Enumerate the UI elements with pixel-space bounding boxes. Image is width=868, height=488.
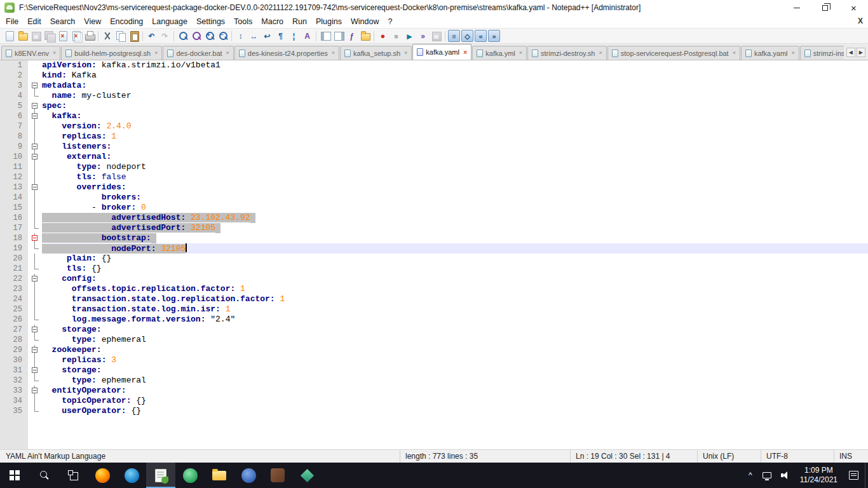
tab-close-icon[interactable]: × (599, 50, 602, 56)
sync-vertical-icon[interactable]: ↕ (234, 30, 247, 42)
fold-marker[interactable] (28, 325, 42, 335)
menu-edit[interactable]: Edit (23, 16, 46, 27)
code-line[interactable]: replicas: 3 (42, 355, 868, 365)
green-app-button[interactable] (175, 463, 205, 488)
tab-kafka.yaml[interactable]: kafka.yaml× (412, 44, 471, 60)
code-line[interactable]: version: 2.4.0 (42, 121, 868, 132)
code-line[interactable]: nodePort: 32105 (42, 243, 868, 254)
menu-file[interactable]: File (1, 16, 23, 27)
find-icon[interactable] (177, 30, 189, 42)
tab-close-icon[interactable]: × (404, 50, 407, 56)
close-all-icon[interactable]: × (70, 30, 82, 42)
blue-app-button[interactable] (234, 463, 263, 488)
code-line[interactable]: topicOperator: {} (42, 396, 868, 406)
menu-search[interactable]: Search (46, 16, 80, 27)
network-icon[interactable] (763, 472, 771, 478)
code-line[interactable]: tls: false (42, 172, 868, 182)
show-desktop-button[interactable] (865, 463, 868, 488)
fold-marker[interactable] (28, 274, 42, 284)
fold-marker[interactable] (28, 81, 42, 91)
code-line[interactable]: advertisedHost: 23.102.43.92 (42, 213, 868, 223)
code-line[interactable]: kafka: (42, 111, 868, 121)
code-line[interactable]: type: nodeport (42, 162, 868, 172)
fold-marker[interactable] (28, 233, 42, 243)
code-line[interactable]: metadata: (42, 81, 868, 91)
code-line[interactable]: bootstrap: (42, 233, 868, 243)
menu-window[interactable]: Window (346, 16, 383, 27)
tab-strimzi-destroy.sh[interactable]: strimzi-destroy.sh× (527, 46, 607, 60)
record-macro-icon[interactable]: ● (377, 30, 389, 42)
tray-expand-icon[interactable]: ^ (743, 471, 758, 480)
code-line[interactable]: zookeeper: (42, 345, 868, 355)
open-file-icon[interactable] (17, 30, 29, 42)
zoom-out-icon[interactable]: − (217, 30, 229, 42)
zoom-in-icon[interactable]: + (203, 30, 215, 42)
function-list-icon[interactable]: ƒ (346, 30, 358, 42)
code-line[interactable]: name: my-cluster (42, 91, 868, 101)
new-file-icon[interactable] (3, 30, 15, 42)
tab-close-icon[interactable]: × (53, 50, 56, 56)
fold-marker[interactable] (28, 345, 42, 355)
code-line[interactable]: storage: (42, 365, 868, 376)
tab-close-icon[interactable]: × (332, 50, 335, 56)
menu-settings[interactable]: Settings (192, 16, 229, 27)
close-file-icon[interactable]: × (57, 30, 69, 42)
minimize-button[interactable] (782, 0, 811, 15)
menu-view[interactable]: View (79, 16, 105, 27)
plugin-icon-1[interactable]: ≡ (448, 30, 460, 42)
cut-icon[interactable] (101, 30, 113, 42)
start-button[interactable] (0, 463, 29, 488)
folder-workspace-icon[interactable] (359, 30, 371, 42)
code-line[interactable]: type: ephemeral (42, 335, 868, 345)
fold-marker[interactable] (28, 365, 42, 376)
editor[interactable]: 1apiVersion: kafka.strimzi.io/v1beta12ki… (0, 60, 868, 449)
code-line[interactable]: listeners: (42, 142, 868, 152)
fold-marker[interactable] (28, 152, 42, 162)
teal-app-button[interactable] (292, 463, 322, 488)
tab-k8ENV.env[interactable]: k8ENV.env× (1, 46, 60, 60)
tab-close-icon[interactable]: × (792, 50, 795, 56)
menu-run[interactable]: Run (288, 16, 311, 27)
code-line[interactable]: spec: (42, 101, 868, 111)
tab-scroll-right-icon[interactable]: ▶ (857, 48, 865, 57)
plugin-icon-4[interactable]: » (488, 30, 500, 42)
code-line[interactable]: config: (42, 274, 868, 284)
code-line[interactable]: - broker: 0 (42, 203, 868, 213)
run-macro-multiple-icon[interactable]: » (417, 30, 429, 42)
code-line[interactable]: brokers: (42, 193, 868, 203)
define-language-icon[interactable]: A (301, 30, 313, 42)
menu-language[interactable]: Language (147, 16, 192, 27)
word-wrap-icon[interactable]: ↩ (261, 30, 273, 42)
tab-des-kinesis-t24.properties[interactable]: des-kinesis-t24.properties× (234, 46, 339, 60)
menu-encoding[interactable]: Encoding (105, 16, 147, 27)
menu-close-x[interactable]: X (858, 17, 863, 25)
play-macro-icon[interactable]: ▶ (403, 30, 416, 42)
print-icon[interactable] (83, 30, 95, 42)
code-line[interactable]: entityOperator: (42, 386, 868, 396)
taskbar-search-button[interactable] (29, 463, 58, 488)
firefox-app-button[interactable] (88, 463, 117, 488)
show-all-characters-icon[interactable]: ¶ (275, 30, 287, 42)
tab-close-icon[interactable]: × (733, 50, 736, 56)
fold-marker[interactable] (28, 111, 42, 121)
action-center-icon[interactable] (849, 471, 858, 480)
status-eol-format[interactable]: Unix (LF) (697, 450, 761, 463)
volume-icon[interactable] (780, 471, 790, 480)
code-line[interactable]: plain: {} (42, 254, 868, 264)
replace-icon[interactable] (190, 30, 202, 42)
code-line[interactable]: transaction.state.log.replication.factor… (42, 294, 868, 304)
code-line[interactable]: advertisedPort: 32105 (42, 223, 868, 233)
indent-guide-icon[interactable]: ¦ (288, 30, 300, 42)
doc-list-icon[interactable] (332, 30, 344, 42)
tab-close-icon[interactable]: × (226, 50, 229, 56)
sync-horizontal-icon[interactable]: ↔ (248, 30, 260, 42)
file-explorer-button[interactable] (205, 463, 234, 488)
undo-icon[interactable]: ↶ (146, 30, 158, 42)
plugin-icon-3[interactable]: « (475, 30, 487, 42)
code-line[interactable]: offsets.topic.replication.factor: 1 (42, 284, 868, 294)
restore-button[interactable] (811, 0, 839, 15)
fold-marker[interactable] (28, 386, 42, 396)
menu-help[interactable]: ? (383, 16, 397, 27)
code-line[interactable]: transaction.state.log.min.isr: 1 (42, 304, 868, 315)
status-encoding[interactable]: UTF-8 (761, 450, 834, 463)
